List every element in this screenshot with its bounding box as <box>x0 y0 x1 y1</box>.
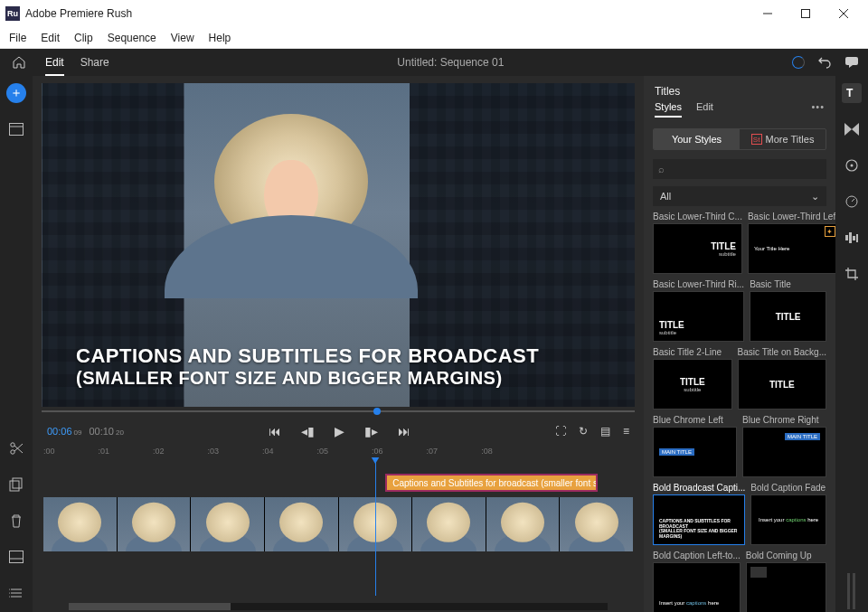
caption-line1: CAPTIONS AND SUBTITLES FOR BROADCAST <box>76 344 539 368</box>
duplicate-icon[interactable] <box>6 475 26 494</box>
timeline-scrollbar[interactable] <box>69 603 608 610</box>
close-button[interactable] <box>825 1 863 26</box>
sync-icon[interactable] <box>792 56 805 69</box>
clip-thumb[interactable] <box>560 497 633 551</box>
title-card[interactable]: Basic Title on Backg...TITLE <box>738 347 826 410</box>
trash-icon[interactable] <box>6 511 26 531</box>
title-thumb[interactable]: Insert your captions here <box>653 562 741 612</box>
titles-filter[interactable]: All ⌄ <box>653 186 826 206</box>
scissors-icon[interactable] <box>6 438 26 458</box>
timeline-menu-icon[interactable]: ≡ <box>623 425 629 438</box>
title-card[interactable]: Bold Broadcast Capti...CAPTIONS AND SUBT… <box>653 483 745 545</box>
add-media-button[interactable]: ＋ <box>6 83 26 103</box>
title-thumb[interactable]: CAPTIONS AND SUBTITLES FOR BROADCAST(SMA… <box>653 494 745 545</box>
menu-edit[interactable]: Edit <box>35 30 65 46</box>
go-start-icon[interactable]: ⏮ <box>269 424 281 438</box>
svg-rect-12 <box>13 478 22 488</box>
clip-thumb[interactable] <box>43 497 117 551</box>
tab-edit[interactable]: Edit <box>45 51 64 76</box>
title-card[interactable]: Basic Title 2-LineTITLEsubtitle <box>653 347 732 410</box>
panel-more-icon[interactable]: ••• <box>811 101 825 118</box>
title-thumb[interactable]: TITLE <box>738 359 826 410</box>
title-card[interactable]: Blue Chrome LeftMAIN TITLE <box>653 415 737 477</box>
menu-clip[interactable]: Clip <box>69 30 99 46</box>
zoom-fit-icon[interactable]: ▤ <box>600 425 610 438</box>
titles-tool-icon[interactable]: T <box>842 83 862 103</box>
clip-thumb[interactable] <box>412 497 486 551</box>
menu-file[interactable]: File <box>4 30 32 46</box>
title-thumb[interactable]: ✦Your Title Here <box>748 223 835 274</box>
menu-help[interactable]: Help <box>203 30 237 46</box>
clip-thumb[interactable] <box>118 497 191 551</box>
fullscreen-icon[interactable]: ⛶ <box>555 425 566 438</box>
title-card[interactable]: Bold Coming Up <box>746 551 826 612</box>
timeline[interactable]: Captions and Subtitles for broadcast (sm… <box>33 457 644 603</box>
svg-rect-11 <box>10 481 19 491</box>
svg-marker-22 <box>844 123 852 136</box>
tab-share[interactable]: Share <box>80 51 109 74</box>
seg-your-styles[interactable]: Your Styles <box>654 129 740 149</box>
speed-icon[interactable] <box>842 192 862 212</box>
title-card-label: Bold Caption Left-to... <box>653 551 741 560</box>
preview-scrubber[interactable] <box>42 410 635 418</box>
svg-line-9 <box>14 446 23 453</box>
title-card[interactable]: Bold Caption FadeInsert your captions he… <box>750 483 826 545</box>
loop-icon[interactable]: ↻ <box>579 425 588 438</box>
clip-thumb[interactable] <box>191 497 264 551</box>
stock-icon: St <box>751 134 762 145</box>
video-track[interactable] <box>43 497 633 551</box>
menu-view[interactable]: View <box>165 30 200 46</box>
title-thumb[interactable]: TITLEsubtitle <box>653 223 742 274</box>
transitions-icon[interactable] <box>842 119 862 139</box>
title-card[interactable]: Basic Lower-Third Ri...TITLEsubtitle <box>653 279 744 342</box>
title-thumb[interactable]: MAIN TITLE <box>653 427 737 477</box>
crop-icon[interactable] <box>842 264 862 284</box>
title-clip[interactable]: Captions and Subtitles for broadcast (sm… <box>385 474 598 492</box>
panel-tab-styles[interactable]: Styles <box>655 101 682 118</box>
svg-rect-13 <box>10 551 24 563</box>
timecode-current-frames: 09 <box>74 428 82 437</box>
title-card-label: Basic Title 2-Line <box>653 347 732 357</box>
titles-search[interactable]: ⌕ <box>653 159 826 179</box>
title-thumb[interactable]: TITLEsubtitle <box>653 359 732 410</box>
menu-sequence[interactable]: Sequence <box>102 30 162 46</box>
title-thumb[interactable]: TITLEsubtitle <box>653 291 744 342</box>
undo-icon[interactable] <box>817 55 832 70</box>
minimize-button[interactable] <box>749 1 787 26</box>
svg-point-19 <box>9 593 10 594</box>
home-icon[interactable] <box>9 52 29 72</box>
playhead[interactable] <box>375 457 376 596</box>
title-card[interactable]: Basic Lower-Third Left✦Your Title Here <box>748 212 835 274</box>
project-panel-icon[interactable] <box>6 119 26 139</box>
premium-icon: ✦ <box>825 226 835 237</box>
title-card[interactable]: Basic Lower-Third C...TITLEsubtitle <box>653 212 742 274</box>
title-card[interactable]: Bold Caption Left-to...Insert your capti… <box>653 551 741 612</box>
clip-thumb[interactable] <box>265 497 338 551</box>
svg-point-18 <box>9 589 10 590</box>
step-back-icon[interactable]: ◂▮ <box>301 424 315 438</box>
maximize-button[interactable] <box>787 1 825 26</box>
seg-more-titles[interactable]: St More Titles <box>740 129 826 149</box>
app-icon: Ru <box>5 6 20 21</box>
svg-rect-30 <box>853 236 855 240</box>
title-thumb[interactable]: MAIN TITLE <box>742 427 826 477</box>
title-thumb[interactable] <box>746 562 826 612</box>
step-fwd-icon[interactable]: ▮▸ <box>364 424 378 438</box>
title-card[interactable]: Blue Chrome RightMAIN TITLE <box>742 415 826 477</box>
title-card[interactable]: Basic TitleTITLE <box>750 279 826 342</box>
tracks-toggle-icon[interactable] <box>6 547 26 567</box>
title-thumb[interactable]: TITLE <box>750 291 826 342</box>
comment-icon[interactable] <box>844 56 859 69</box>
audio-meter-icon[interactable] <box>842 581 862 601</box>
play-icon[interactable]: ▶ <box>335 424 344 438</box>
panel-tab-edit[interactable]: Edit <box>696 101 713 118</box>
track-list-icon[interactable] <box>6 583 26 603</box>
title-thumb[interactable]: Insert your captions here <box>750 494 826 545</box>
color-icon[interactable] <box>842 155 862 175</box>
go-end-icon[interactable]: ⏭ <box>398 424 410 438</box>
preview-monitor[interactable]: CAPTIONS AND SUBTITLES FOR BROADCAST (SM… <box>42 83 635 407</box>
audio-icon[interactable] <box>842 228 862 248</box>
clip-thumb[interactable] <box>486 497 560 551</box>
svg-marker-23 <box>852 123 859 136</box>
timeline-ruler[interactable]: :00 :01 :02 :03 :04 :05 :06 :07 :08 <box>33 445 644 457</box>
